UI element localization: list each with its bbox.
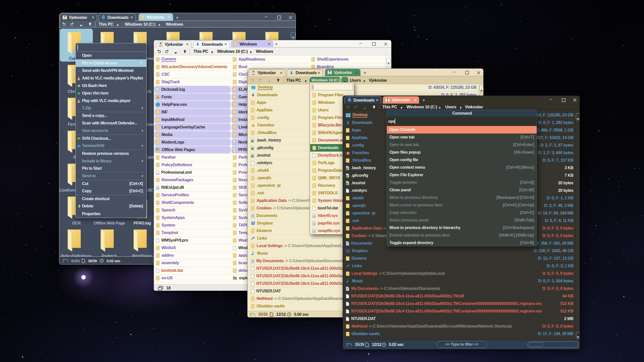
- svg-text:?: ?: [157, 103, 159, 106]
- svg-text:A: A: [157, 96, 159, 99]
